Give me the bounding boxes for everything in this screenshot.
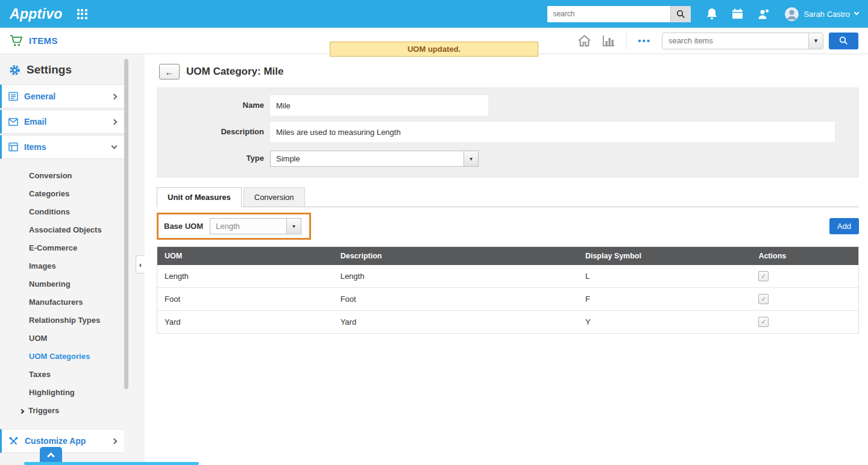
cell-uom: Length <box>157 265 333 288</box>
settings-header: Settings <box>0 54 145 84</box>
sidebar-item-customize-app[interactable]: Customize App <box>0 429 124 453</box>
sidebar-item-email[interactable]: Email <box>0 110 124 134</box>
sidebar-item-triggers[interactable]: Triggers <box>29 402 145 420</box>
settings-title: Settings <box>27 63 72 76</box>
cell-symbol: Y <box>578 311 752 334</box>
bell-icon[interactable] <box>706 8 717 20</box>
items-search-input[interactable] <box>662 33 808 49</box>
cell-description: Length <box>333 265 578 288</box>
apptivo-logo[interactable]: Apptivo <box>10 6 63 22</box>
chevron-down-icon <box>112 143 118 149</box>
chevron-up-icon <box>47 452 55 460</box>
sidebar-item-label: Associated Objects <box>29 225 102 234</box>
sidebar-item-label: Customize App <box>25 436 106 446</box>
search-icon <box>839 36 848 45</box>
cell-symbol: F <box>578 288 752 311</box>
table-row: LengthLengthL✓ <box>157 265 859 288</box>
settings-sidebar: Settings General Email Items ConversionC… <box>0 54 145 465</box>
top-navigation-bar: Apptivo Sarah Castro <box>0 0 868 28</box>
items-search-combo: ▾ <box>662 33 823 49</box>
page-title: UOM Category: Mile <box>186 66 284 78</box>
type-label: Type <box>157 148 270 169</box>
chevron-right-icon <box>112 438 118 444</box>
check-icon: ✓ <box>761 319 766 325</box>
cell-actions: ✓ <box>751 311 858 334</box>
sidebar-item-label: Email <box>24 117 106 126</box>
tab-conversion[interactable]: Conversion <box>244 187 305 207</box>
edit-checkbox-icon[interactable]: ✓ <box>758 317 769 327</box>
global-search-input[interactable] <box>547 6 670 22</box>
sidebar-collapse-button[interactable]: ‹ <box>136 255 145 273</box>
sidebar-item-label: Manufacturers <box>29 298 83 307</box>
app-bar: ITEMS UOM updated. ••• ▾ <box>0 28 868 54</box>
type-select[interactable]: Simple ▾ <box>270 151 479 167</box>
tools-icon <box>8 436 19 446</box>
sidebar-item-items[interactable]: Items <box>0 135 124 159</box>
cart-icon <box>10 34 24 47</box>
base-uom-highlight-box: Base UOM Length ▾ <box>157 213 311 240</box>
app-home-link[interactable]: ITEMS <box>10 34 58 47</box>
column-header: Actions <box>751 247 858 266</box>
search-icon <box>676 10 685 19</box>
back-button[interactable]: ← <box>159 64 180 80</box>
cell-actions: ✓ <box>751 288 858 311</box>
caret-down-icon: ▾ <box>814 37 818 45</box>
avatar <box>785 7 799 21</box>
global-search <box>547 6 691 22</box>
description-field[interactable] <box>270 122 835 142</box>
more-actions-button[interactable]: ••• <box>638 36 651 46</box>
edit-checkbox-icon[interactable]: ✓ <box>758 271 769 281</box>
description-label: Description <box>157 122 270 142</box>
sidebar-item-label: Taxes <box>29 370 51 379</box>
app-grid-icon[interactable] <box>77 9 87 19</box>
name-field[interactable] <box>270 95 488 116</box>
type-select-value: Simple <box>276 154 300 163</box>
base-uom-select[interactable]: Length ▾ <box>210 218 301 234</box>
scroll-to-top-button[interactable] <box>40 447 62 462</box>
general-form-icon <box>8 92 18 101</box>
tab-unit-of-measures[interactable]: Unit of Measures <box>157 187 242 207</box>
search-scope-dropdown[interactable]: ▾ <box>808 33 823 49</box>
sidebar-scrollbar[interactable] <box>124 59 128 389</box>
sidebar-item-label: Relationship Types <box>29 316 100 325</box>
collapse-icon: ‹ <box>139 260 142 269</box>
bottom-scrollbar[interactable] <box>24 462 199 465</box>
divider <box>626 32 627 50</box>
gear-icon <box>8 64 21 76</box>
sidebar-item-label: E-Commerce <box>29 243 77 252</box>
reports-chart-icon[interactable] <box>602 35 615 47</box>
sidebar-item-label: General <box>24 92 106 101</box>
sidebar-item-label: Highlighting <box>29 388 75 397</box>
sidebar-item-label: Items <box>24 142 106 152</box>
sidebar-item-label: Categories <box>29 189 69 198</box>
sidebar-item-label: Conversion <box>29 171 72 180</box>
uom-table: UOMDescriptionDisplay SymbolActions Leng… <box>157 246 859 334</box>
column-header: UOM <box>157 247 333 266</box>
items-search-button[interactable] <box>829 33 858 49</box>
edit-checkbox-icon[interactable]: ✓ <box>758 294 769 304</box>
chevron-down-icon <box>854 10 859 15</box>
user-name: Sarah Castro <box>804 10 850 19</box>
sidebar-item-label: Triggers <box>28 406 59 415</box>
page-header: ← UOM Category: Mile <box>159 64 859 80</box>
sidebar-item-label: UOM Categories <box>29 352 90 361</box>
name-label: Name <box>157 95 270 116</box>
cell-uom: Yard <box>157 311 333 334</box>
table-row: FootFootF✓ <box>157 288 859 311</box>
status-banner: UOM updated. <box>330 42 538 57</box>
notifications-person-icon[interactable] <box>758 8 769 20</box>
app-bar-actions: ••• ▾ <box>577 32 858 50</box>
table-row: YardYardY✓ <box>157 311 859 334</box>
global-search-button[interactable] <box>670 6 691 22</box>
home-icon[interactable] <box>577 34 591 47</box>
add-button[interactable]: Add <box>829 218 859 234</box>
base-uom-row: Base UOM Length ▾ Add <box>157 213 859 240</box>
app-name: ITEMS <box>29 36 58 46</box>
uom-category-form: Name Description Type Simple ▾ <box>157 87 859 178</box>
sidebar-item-label: UOM <box>29 334 47 343</box>
calendar-icon[interactable] <box>732 8 743 19</box>
user-menu[interactable]: Sarah Castro <box>785 7 858 21</box>
cell-description: Foot <box>333 288 578 311</box>
sidebar-item-general[interactable]: General <box>0 84 124 108</box>
items-table-icon <box>8 142 18 152</box>
